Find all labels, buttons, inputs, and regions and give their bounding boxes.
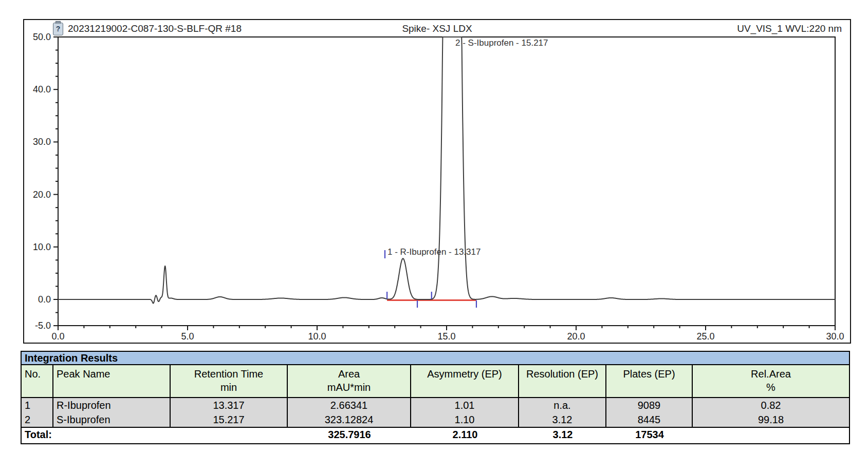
table-cell: n.a.: [519, 398, 606, 412]
total-cell: 17534: [606, 428, 693, 443]
table-row: 2S-Ibuprofen15.217323.128241.103.1284459…: [22, 412, 849, 427]
column-header: AreamAU*min: [288, 365, 411, 397]
x-tick-label: 5.0: [181, 331, 194, 342]
table-cell: 1: [22, 398, 53, 412]
x-tick-label: 25.0: [696, 331, 714, 342]
integration-results-table: Integration Results No.Peak NameRetentio…: [21, 351, 850, 444]
column-header: Rel.Area%: [693, 365, 849, 397]
column-header: Plates (EP): [606, 365, 693, 397]
x-tick-label: 30.0: [826, 331, 844, 342]
y-tick-label: 50.0: [33, 32, 51, 42]
peak-label-2: 2 - S-Ibuprofen - 15.217: [455, 38, 548, 48]
table-cell: R-Ibuprofen: [53, 398, 171, 412]
total-cell: [171, 428, 288, 443]
table-cell: 1.10: [411, 412, 519, 427]
column-header: No.: [22, 365, 53, 397]
plot-frame: [58, 37, 835, 326]
peak-label-1: 1 - R-Ibuprofen - 13.317: [387, 247, 481, 257]
column-header: Retention Timemin: [171, 365, 288, 397]
table-cell: 1.01: [411, 398, 519, 412]
total-label: Total:: [22, 428, 171, 443]
table-title: Integration Results: [22, 352, 849, 365]
y-tick-label: 0.0: [38, 294, 51, 305]
total-cell: [693, 428, 849, 443]
y-tick-label: 20.0: [33, 190, 51, 200]
table-row: 1R-Ibuprofen13.3172.663411.01n.a.90890.8…: [22, 398, 849, 412]
table-cell: 8445: [606, 412, 693, 427]
column-header: Asymmetry (EP): [411, 365, 519, 397]
table-cell: 2: [22, 412, 53, 427]
y-tick-label: -5.0: [35, 320, 51, 331]
column-header: Resolution (EP): [519, 365, 606, 397]
table-cell: 15.217: [171, 412, 288, 427]
table-header-row: No.Peak NameRetention TimeminAreamAU*min…: [22, 365, 849, 398]
total-cell: 2.110: [411, 428, 519, 443]
table-cell: 0.82: [693, 398, 849, 412]
x-tick-label: 15.0: [437, 331, 455, 342]
table-cell: 3.12: [519, 412, 606, 427]
y-tick-label: 10.0: [33, 242, 51, 252]
table-cell: 13.317: [171, 398, 288, 412]
table-cell: 99.18: [693, 412, 849, 427]
x-tick-label: 10.0: [308, 331, 326, 342]
y-tick-label: 30.0: [33, 137, 51, 147]
table-cell: 9089: [606, 398, 693, 412]
chromatogram-report: ? 20231219002-C087-130-S-BLF-QR #18 Spik…: [0, 0, 868, 472]
column-header: Peak Name: [53, 365, 171, 397]
total-cell: 325.7916: [288, 428, 411, 443]
table-cell: S-Ibuprofen: [53, 412, 171, 427]
chromatogram-trace: [58, 37, 835, 304]
y-tick-label: 40.0: [33, 84, 51, 95]
x-tick-label: 0.0: [51, 331, 64, 342]
x-tick-label: 20.0: [567, 331, 585, 342]
total-cell: 3.12: [519, 428, 606, 443]
table-cell: 2.66341: [288, 398, 411, 412]
table-total-row: Total:325.79162.1103.1217534: [22, 427, 849, 443]
table-cell: 323.12824: [288, 412, 411, 427]
